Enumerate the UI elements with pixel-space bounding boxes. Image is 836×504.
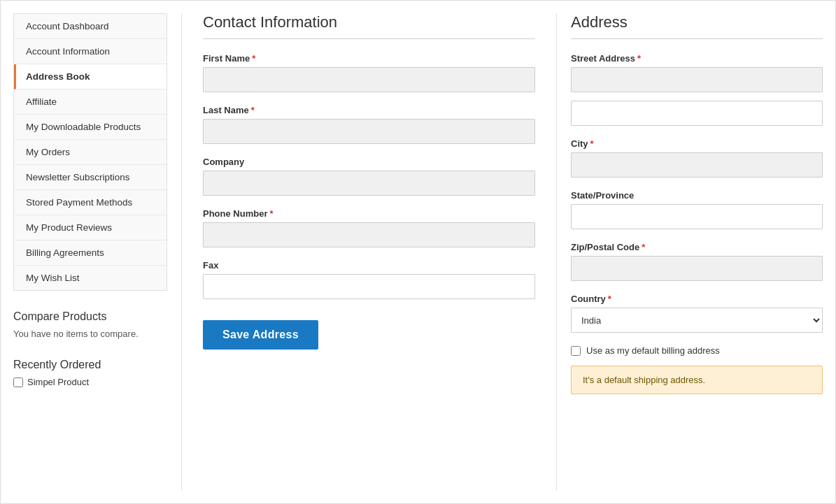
save-address-button[interactable]: Save Address bbox=[203, 320, 318, 350]
sidebar-item-address-book[interactable]: Address Book bbox=[14, 64, 167, 89]
first-name-required: * bbox=[252, 53, 255, 64]
first-name-input[interactable] bbox=[203, 67, 535, 92]
recently-ordered-section: Recently Ordered Simpel Product bbox=[13, 359, 167, 387]
compare-products-empty: You have no items to compare. bbox=[13, 329, 167, 339]
recently-ordered-item: Simpel Product bbox=[13, 377, 167, 387]
recently-ordered-title: Recently Ordered bbox=[13, 359, 167, 371]
sidebar-link-my-product-reviews[interactable]: My Product Reviews bbox=[14, 215, 167, 240]
street-address-input[interactable] bbox=[571, 67, 823, 92]
street-address-group: Street Address* bbox=[571, 53, 823, 126]
contact-section-title: Contact Information bbox=[203, 13, 535, 39]
sidebar-link-affiliate[interactable]: Affiliate bbox=[14, 89, 167, 115]
fax-group: Fax bbox=[203, 260, 535, 299]
recently-ordered-checkbox[interactable] bbox=[13, 377, 23, 387]
zip-required: * bbox=[642, 242, 645, 252]
last-name-input[interactable] bbox=[203, 119, 535, 144]
city-input[interactable] bbox=[571, 152, 823, 178]
page-wrapper: Account Dashboard Account Information Ad… bbox=[0, 0, 836, 504]
sidebar-item-affiliate[interactable]: Affiliate bbox=[14, 89, 167, 115]
state-province-label: State/Province bbox=[571, 190, 823, 201]
country-select[interactable]: India United States United Kingdom Canad… bbox=[571, 308, 823, 333]
contact-information-form: Contact Information First Name* Last Nam… bbox=[181, 13, 557, 491]
sidebar-item-newsletter-subscriptions[interactable]: Newsletter Subscriptions bbox=[14, 165, 167, 190]
default-billing-row: Use as my default billing address bbox=[571, 345, 823, 356]
compare-products-title: Compare Products bbox=[13, 310, 167, 323]
zip-label: Zip/Postal Code* bbox=[571, 242, 823, 252]
street-required: * bbox=[637, 53, 641, 64]
country-group: Country* India United States United King… bbox=[571, 294, 823, 333]
fax-input[interactable] bbox=[203, 274, 535, 299]
city-label: City* bbox=[571, 138, 823, 149]
phone-number-input[interactable] bbox=[203, 222, 535, 247]
sidebar-link-address-book[interactable]: Address Book bbox=[14, 64, 167, 89]
fax-label: Fax bbox=[203, 260, 535, 271]
phone-number-group: Phone Number* bbox=[203, 208, 535, 247]
sidebar-link-account-dashboard[interactable]: Account Dashboard bbox=[14, 14, 167, 39]
sidebar-item-my-wish-list[interactable]: My Wish List bbox=[14, 266, 167, 290]
sidebar-link-account-information[interactable]: Account Information bbox=[14, 39, 167, 64]
compare-products-section: Compare Products You have no items to co… bbox=[13, 310, 167, 339]
address-section-title: Address bbox=[571, 13, 823, 39]
sidebar-item-account-dashboard[interactable]: Account Dashboard bbox=[14, 14, 167, 39]
company-input[interactable] bbox=[203, 171, 535, 196]
sidebar-link-newsletter-subscriptions[interactable]: Newsletter Subscriptions bbox=[14, 165, 167, 190]
default-shipping-banner: It's a default shipping address. bbox=[571, 366, 823, 394]
state-province-input[interactable] bbox=[571, 204, 823, 229]
sidebar-link-stored-payment-methods[interactable]: Stored Payment Methods bbox=[14, 190, 167, 215]
phone-required: * bbox=[269, 208, 273, 219]
sidebar-link-my-downloadable-products[interactable]: My Downloadable Products bbox=[14, 115, 167, 140]
country-required: * bbox=[608, 294, 611, 304]
default-shipping-message: It's a default shipping address. bbox=[583, 375, 705, 385]
sidebar-link-my-wish-list[interactable]: My Wish List bbox=[14, 266, 167, 290]
company-group: Company bbox=[203, 157, 535, 196]
sidebar-nav: Account Dashboard Account Information Ad… bbox=[13, 13, 167, 291]
sidebar-link-my-orders[interactable]: My Orders bbox=[14, 140, 167, 165]
default-billing-checkbox[interactable] bbox=[571, 346, 581, 356]
sidebar-link-billing-agreements[interactable]: Billing Agreements bbox=[14, 240, 167, 266]
city-required: * bbox=[590, 138, 594, 149]
last-name-required: * bbox=[251, 105, 255, 115]
sidebar-item-my-downloadable-products[interactable]: My Downloadable Products bbox=[14, 115, 167, 140]
state-province-group: State/Province bbox=[571, 190, 823, 229]
sidebar-item-billing-agreements[interactable]: Billing Agreements bbox=[14, 240, 167, 266]
company-label: Company bbox=[203, 157, 535, 167]
zip-input[interactable] bbox=[571, 256, 823, 281]
first-name-group: First Name* bbox=[203, 53, 535, 92]
sidebar-item-stored-payment-methods[interactable]: Stored Payment Methods bbox=[14, 190, 167, 215]
phone-number-label: Phone Number* bbox=[203, 208, 535, 219]
first-name-label: First Name* bbox=[203, 53, 535, 64]
recently-ordered-item-label: Simpel Product bbox=[27, 377, 89, 387]
country-label: Country* bbox=[571, 294, 823, 304]
last-name-label: Last Name* bbox=[203, 105, 535, 115]
address-form: Address Street Address* City* State/Prov… bbox=[557, 13, 823, 491]
last-name-group: Last Name* bbox=[203, 105, 535, 144]
street-address-label: Street Address* bbox=[571, 53, 823, 64]
default-billing-label: Use as my default billing address bbox=[586, 345, 720, 356]
sidebar-item-my-orders[interactable]: My Orders bbox=[14, 140, 167, 165]
sidebar: Account Dashboard Account Information Ad… bbox=[13, 13, 181, 491]
sidebar-item-account-information[interactable]: Account Information bbox=[14, 39, 167, 64]
street-address-input-2[interactable] bbox=[571, 101, 823, 126]
sidebar-item-my-product-reviews[interactable]: My Product Reviews bbox=[14, 215, 167, 240]
zip-postal-code-group: Zip/Postal Code* bbox=[571, 242, 823, 281]
city-group: City* bbox=[571, 138, 823, 178]
save-button-wrapper: Save Address bbox=[203, 313, 535, 350]
